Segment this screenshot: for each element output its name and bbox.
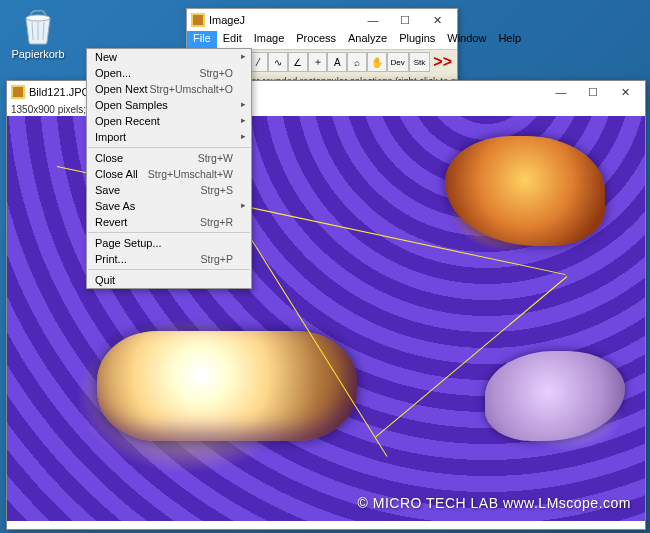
close-button[interactable]: ✕ bbox=[421, 10, 453, 30]
desktop-trash-label: Papierkorb bbox=[8, 48, 68, 60]
file-menu-new[interactable]: New bbox=[87, 49, 251, 65]
file-menu-save[interactable]: SaveStrg+S bbox=[87, 182, 251, 198]
imagej-titlebar[interactable]: ImageJ — ☐ ✕ bbox=[187, 9, 457, 31]
imagej-app-icon bbox=[191, 13, 205, 27]
file-menu-dropdown: NewOpen...Strg+OOpen NextStrg+Umschalt+O… bbox=[86, 48, 252, 289]
image-minimize-button[interactable]: — bbox=[545, 82, 577, 102]
menu-process[interactable]: Process bbox=[290, 31, 342, 49]
svg-point-0 bbox=[26, 15, 50, 21]
imagej-title: ImageJ bbox=[209, 14, 357, 26]
file-menu-open-samples[interactable]: Open Samples bbox=[87, 97, 251, 113]
microscopy-blob bbox=[445, 136, 605, 246]
imagej-doc-icon bbox=[11, 85, 25, 99]
menu-edit[interactable]: Edit bbox=[217, 31, 248, 49]
file-menu-print-[interactable]: Print...Strg+P bbox=[87, 251, 251, 267]
microscopy-blob bbox=[485, 351, 625, 441]
toolbar-more[interactable]: >> bbox=[430, 53, 455, 71]
file-menu-open-[interactable]: Open...Strg+O bbox=[87, 65, 251, 81]
imagej-menubar: File Edit Image Process Analyze Plugins … bbox=[187, 31, 457, 49]
file-menu-close[interactable]: CloseStrg+W bbox=[87, 150, 251, 166]
menu-help[interactable]: Help bbox=[492, 31, 527, 49]
tool-point[interactable]: ＋ bbox=[308, 52, 328, 72]
tool-hand[interactable]: ✋ bbox=[367, 52, 387, 72]
menu-plugins[interactable]: Plugins bbox=[393, 31, 441, 49]
tool-stk[interactable]: Stk bbox=[409, 52, 431, 72]
svg-rect-5 bbox=[193, 15, 203, 25]
image-close-button[interactable]: ✕ bbox=[609, 82, 641, 102]
image-maximize-button[interactable]: ☐ bbox=[577, 82, 609, 102]
file-menu-save-as[interactable]: Save As bbox=[87, 198, 251, 214]
menu-window[interactable]: Window bbox=[441, 31, 492, 49]
watermark: © MICRO TECH LAB www.LMscope.com bbox=[358, 495, 631, 511]
svg-rect-7 bbox=[13, 87, 23, 97]
file-menu-import[interactable]: Import bbox=[87, 129, 251, 145]
file-menu-open-recent[interactable]: Open Recent bbox=[87, 113, 251, 129]
minimize-button[interactable]: — bbox=[357, 10, 389, 30]
tool-angle[interactable]: ∠ bbox=[288, 52, 308, 72]
file-menu-close-all[interactable]: Close AllStrg+Umschalt+W bbox=[87, 166, 251, 182]
tool-dev[interactable]: Dev bbox=[387, 52, 409, 72]
file-menu-open-next[interactable]: Open NextStrg+Umschalt+O bbox=[87, 81, 251, 97]
desktop-trash[interactable]: Papierkorb bbox=[8, 6, 68, 60]
menu-analyze[interactable]: Analyze bbox=[342, 31, 393, 49]
tool-freehand[interactable]: ∿ bbox=[268, 52, 288, 72]
menu-image[interactable]: Image bbox=[248, 31, 291, 49]
file-menu-revert[interactable]: RevertStrg+R bbox=[87, 214, 251, 230]
file-menu-page-setup-[interactable]: Page Setup... bbox=[87, 235, 251, 251]
maximize-button[interactable]: ☐ bbox=[389, 10, 421, 30]
tool-text[interactable]: A bbox=[327, 52, 347, 72]
trash-icon bbox=[18, 6, 58, 46]
menu-file[interactable]: File bbox=[187, 31, 217, 49]
file-menu-quit[interactable]: Quit bbox=[87, 272, 251, 288]
tool-magnify[interactable]: ⌕ bbox=[347, 52, 367, 72]
